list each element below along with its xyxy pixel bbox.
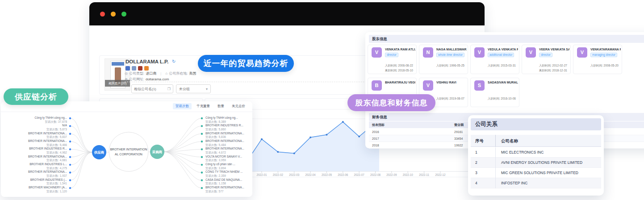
svg-text:BROTHER INTERNATION: BROTHER INTERNATION [110,148,147,151]
shareholder-role-badge: director [539,53,552,57]
avatar: V [474,47,485,58]
social-icon-4[interactable] [144,66,149,71]
relations-row-index: 3 [471,168,496,178]
join-date: 入职时间: 1996-05-25 [436,64,464,68]
supplier-name: BROTHER INTERNATIONA... [9,132,67,136]
node-dot [201,156,203,158]
svg-text:2022-12: 2022-12 [435,173,446,176]
traffic-light-minimize[interactable] [111,12,116,17]
node-dot [201,187,203,189]
buyer-trade-count: 贸易次数: 1,158 [205,182,251,186]
data-point [277,151,279,153]
financial-revenue: 33454 [454,137,463,140]
shareholder-name: VENKATA RAM ATLURI [385,48,415,51]
relations-row[interactable]: 3MIC GREEN SOLUTIONS PRIVATE LIMITED [471,168,601,178]
buyer-item[interactable]: BROTHER INTERNATIONA...贸易次数: 577 [205,186,251,193]
supplier-item[interactable]: BROTHER INDUSTRIES L...贸易次数: 4,275 [9,162,67,170]
svg-text:AL CORPORATION: AL CORPORATION [115,153,142,156]
supplier-item[interactable]: BROTHER INDUSTRIES R...贸易次数: 4,962 [9,147,67,154]
refresh-icon[interactable]: ↻ [172,59,176,64]
buyer-name: CASA DIAZ DE MAQUINA... [205,178,251,182]
node-dot [69,179,71,181]
shareholder-name: VEERA VENKATA SATYA... [539,48,569,51]
buyer-item[interactable]: CASA DIAZ DE MAQUINA...贸易次数: 1,158 [205,178,251,186]
social-icon-3[interactable] [138,66,142,71]
relations-row[interactable]: 1MIC ELECTRONICS INC [471,147,601,158]
shareholder-name: VENKATARAMANA MAG... [590,48,621,51]
relations-row-index: 2 [471,158,496,168]
supplier-trade-count: 贸易次数: 5,873 [9,128,67,132]
supplier-item[interactable]: BROTHER INTERNATIONA...贸易次数: 5,466 [9,139,67,147]
traffic-light-close[interactable] [100,12,105,17]
supplier-name: Công ty TNHH công ng... [9,116,67,120]
supplier-item[interactable]: BROTHER INTERNATIONA...贸易次数: 5,837 [9,132,67,139]
buyer-item[interactable]: CÔNG TY TRÁCH NHIỆM ...贸易次数: 2,359 [205,170,251,178]
callout-trend-pill: 近一年的贸易趋势分析 [198,55,294,72]
supplier-trade-count: 贸易次数: 37,678 [9,120,67,124]
buyer-trade-count: 贸易次数: 8,389 [205,120,251,124]
join-date: 入职时间: 2008-05-20 [590,64,619,68]
join-date: 入职时间: 2012-02-27 [539,64,567,68]
supplier-trade-count: 贸易次数: 4,275 [9,167,67,171]
avatar: N [423,47,433,58]
shareholder-section-header: 股东信息 [369,35,644,43]
supplier-name: BROTHER MACHINERY (A... [9,186,67,190]
supplier-trade-count: 贸易次数: 1,937 [9,174,67,178]
company-location-label: 公司所在地: [169,71,188,76]
join-date: 入职时间: 2015-03-31 [488,64,516,68]
node-dot [201,171,203,173]
company-website-row: ⊕ 公司网址: dollarama.com [125,77,169,82]
supplier-trade-count: 贸易次数: 4,681 [9,158,67,162]
financial-revenue: 19922 [454,144,463,147]
node-dot [201,141,203,142]
supplier-item[interactable]: BROTHER MACHINERY (A...贸易次数: 1,120 [9,186,67,193]
buyer-trade-count: 贸易次数: 5,836 [205,135,251,139]
social-icons-row [125,66,149,71]
social-icon-2[interactable] [132,66,136,71]
buyer-item[interactable]: Công ty cổ phần sản ...贸易次数: 3,894 [205,162,251,170]
supplier-name: BROTHER INTERNATIONA... [9,139,67,143]
supplier-item[interactable]: BROTHER INTERNATIONA...贸易次数: 4,681 [9,155,67,162]
group-select[interactable]: 未分组 ▾ [176,84,211,93]
relations-company-name: INFOSTEP INC [496,181,527,185]
data-point [358,136,360,138]
shareholder-role-badge: managing director [590,53,617,57]
relations-row[interactable]: 4INFOSTEP INC [471,178,601,188]
join-date: 入职时间: 2016-10-06 [488,97,516,101]
svg-text:2022-02: 2022-02 [273,173,284,176]
supplier-name: BROTHER INDUSTRIES R... [9,147,67,151]
relations-row[interactable]: 2AVNI ENERGY SOLUTIONS PRIVATE LIMITED [471,158,601,168]
website-value[interactable]: dollarama.com [146,77,169,81]
buyer-item[interactable]: BROTHER INTERNATIONA...贸易次数: 4,672 [205,147,251,154]
buyer-name: BROTHER INTERNATIONA... [205,147,251,151]
similar-company-input[interactable]: 相似公司名(1) ❐ [131,84,173,93]
avatar: V [577,47,587,58]
buyer-item[interactable]: BROTHER INTERNATIONA...贸易次数: 5,484 [205,139,251,147]
relations-company-name: MIC ELECTRONICS INC [496,150,544,154]
supplier-item[interactable]: Công ty TNHH công ng...贸易次数: 37,678 [9,116,67,124]
buyer-trade-count: 贸易次数: 3,959 [205,158,251,162]
buyer-item[interactable]: BROTHER INTERNATIONA...贸易次数: 5,836 [205,132,251,139]
avatar: V [526,47,536,58]
leave-date: 离职时间: 2018-05-10 [385,69,413,73]
relations-row-index: 1 [471,147,496,158]
buyer-item[interactable]: BROTHER INDUSTRIES R...贸易次数: 5,860 [205,124,251,131]
shareholder-card: NNAGA MALLESWARA R...whole-time director… [419,45,468,74]
traffic-light-zoom[interactable] [121,12,126,17]
website-icon: ⊕ [125,77,128,81]
supplier-trade-count: 贸易次数: 1,541 [9,182,67,186]
financial-year: 2016 [369,129,454,135]
company-relations-panel: 公司关系 序号公司名称 1MIC ELECTRONICS INC2AVNI EN… [468,115,604,196]
shareholder-name: NAGA MALLESWARA R... [436,48,467,51]
supplier-item[interactable]: BROTHER INDUSTRIES (...贸易次数: 1,541 [9,178,67,186]
financial-year: 2018 [369,142,454,149]
financial-header-indicator: 报表指标 [369,121,454,128]
copy-icon[interactable]: ❐ [167,87,171,91]
buyer-item[interactable]: VOLTA MOTOR SANAYİ V...贸易次数: 3,959 [205,155,251,162]
supplier-item[interactable]: BROTHER INTERNATIONA...贸易次数: 1,937 [9,170,67,178]
supplier-item[interactable]: N/A贸易次数: 5,873 [9,124,67,131]
buyer-item[interactable]: Công ty TNHH công ng...贸易次数: 8,389 [205,116,251,124]
company-type-label: 公司类型: [129,71,144,76]
shareholder-name: SADASIVAN MURALIKR... [488,81,518,84]
social-icon-1[interactable] [125,66,130,71]
